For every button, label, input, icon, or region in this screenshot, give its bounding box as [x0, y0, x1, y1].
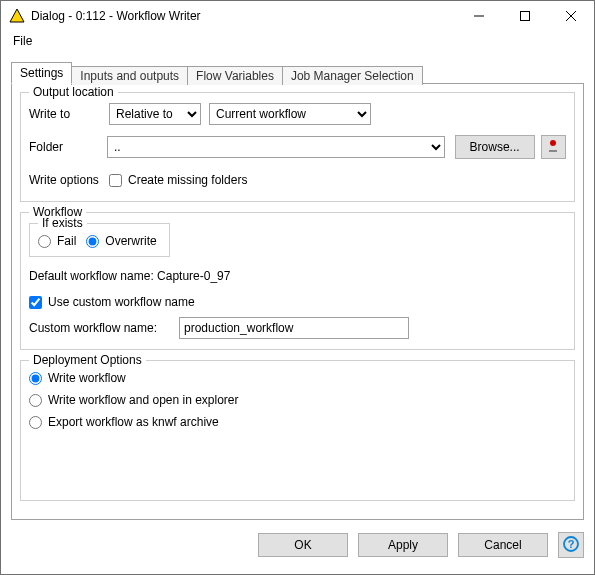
- label-folder: Folder: [29, 140, 107, 154]
- tab-panel-settings: Output location Write to Relative to Cur…: [11, 83, 584, 520]
- row-default-name: Default workflow name: Capture-0_97: [29, 269, 566, 283]
- group-if-exists: If exists Fail Overwrite: [29, 223, 170, 257]
- label-write-to: Write to: [29, 107, 109, 121]
- minimize-button[interactable]: [456, 1, 502, 31]
- svg-rect-2: [521, 12, 530, 21]
- checkbox-use-custom-wrap[interactable]: Use custom workflow name: [29, 295, 566, 309]
- checkbox-use-custom[interactable]: [29, 296, 42, 309]
- group-deployment: Deployment Options Write workflow Write …: [20, 360, 575, 501]
- radio-open-wrap[interactable]: Write workflow and open in explorer: [29, 393, 566, 407]
- cancel-button[interactable]: Cancel: [458, 533, 548, 557]
- radio-write-workflow[interactable]: [29, 372, 42, 385]
- group-title-if-exists: If exists: [38, 216, 87, 230]
- checkbox-create-missing[interactable]: [109, 174, 122, 187]
- row-folder: Folder .. Browse...: [29, 135, 566, 159]
- radio-write-wrap[interactable]: Write workflow: [29, 371, 566, 385]
- svg-point-5: [550, 140, 556, 146]
- dialog-footer: OK Apply Cancel ?: [1, 524, 594, 574]
- radio-write-open[interactable]: [29, 394, 42, 407]
- label-overwrite: Overwrite: [105, 234, 156, 248]
- radio-overwrite[interactable]: [86, 235, 99, 248]
- window-title: Dialog - 0:112 - Workflow Writer: [31, 9, 456, 23]
- row-custom-name: Custom workflow name:: [29, 317, 566, 339]
- label-export-knwf: Export workflow as knwf archive: [48, 415, 219, 429]
- combo-write-mode[interactable]: Relative to: [109, 103, 201, 125]
- svg-text:?: ?: [568, 538, 575, 550]
- checkbox-create-missing-wrap[interactable]: Create missing folders: [109, 173, 247, 187]
- input-custom-name[interactable]: [179, 317, 409, 339]
- dialog-window: Dialog - 0:112 - Workflow Writer File Se…: [0, 0, 595, 575]
- label-write-workflow: Write workflow: [48, 371, 126, 385]
- label-default-name: Default workflow name:: [29, 269, 157, 283]
- label-use-custom: Use custom workflow name: [48, 295, 195, 309]
- tabstrip: Settings Inputs and outputs Flow Variabl…: [11, 61, 584, 83]
- svg-marker-0: [10, 9, 24, 22]
- folder-input[interactable]: ..: [107, 136, 445, 158]
- apply-button[interactable]: Apply: [358, 533, 448, 557]
- ok-button[interactable]: OK: [258, 533, 348, 557]
- titlebar: Dialog - 0:112 - Workflow Writer: [1, 1, 594, 31]
- tab-settings[interactable]: Settings: [11, 62, 72, 84]
- row-write-to: Write to Relative to Current workflow: [29, 103, 566, 125]
- flow-variable-button[interactable]: [541, 135, 566, 159]
- label-write-open: Write workflow and open in explorer: [48, 393, 239, 407]
- combo-write-target[interactable]: Current workflow: [209, 103, 371, 125]
- label-fail: Fail: [57, 234, 76, 248]
- tab-inputs-outputs[interactable]: Inputs and outputs: [71, 66, 188, 85]
- help-button[interactable]: ?: [558, 532, 584, 558]
- value-default-name: Capture-0_97: [157, 269, 230, 283]
- close-button[interactable]: [548, 1, 594, 31]
- label-custom-name: Custom workflow name:: [29, 321, 179, 335]
- radio-overwrite-wrap[interactable]: Overwrite: [86, 234, 156, 248]
- tab-job-manager[interactable]: Job Manager Selection: [282, 66, 423, 85]
- app-triangle-icon: [9, 8, 25, 24]
- browse-button[interactable]: Browse...: [455, 135, 535, 159]
- menubar: File: [1, 31, 594, 51]
- radio-fail[interactable]: [38, 235, 51, 248]
- group-title-deployment: Deployment Options: [29, 353, 146, 367]
- tab-flow-variables[interactable]: Flow Variables: [187, 66, 283, 85]
- group-output-location: Output location Write to Relative to Cur…: [20, 92, 575, 202]
- radio-export-wrap[interactable]: Export workflow as knwf archive: [29, 415, 566, 429]
- group-workflow: Workflow If exists Fail Overwrite Defaul…: [20, 212, 575, 350]
- row-write-options: Write options Create missing folders: [29, 169, 566, 191]
- label-create-missing: Create missing folders: [128, 173, 247, 187]
- radio-fail-wrap[interactable]: Fail: [38, 234, 76, 248]
- svg-rect-6: [549, 150, 557, 152]
- flow-variable-icon: [546, 139, 560, 156]
- help-icon: ?: [563, 536, 579, 555]
- menu-file[interactable]: File: [7, 32, 38, 50]
- client-area: Settings Inputs and outputs Flow Variabl…: [1, 51, 594, 524]
- radio-export-knwf[interactable]: [29, 416, 42, 429]
- group-title-output: Output location: [29, 85, 118, 99]
- window-controls: [456, 1, 594, 31]
- maximize-button[interactable]: [502, 1, 548, 31]
- label-write-options: Write options: [29, 173, 109, 187]
